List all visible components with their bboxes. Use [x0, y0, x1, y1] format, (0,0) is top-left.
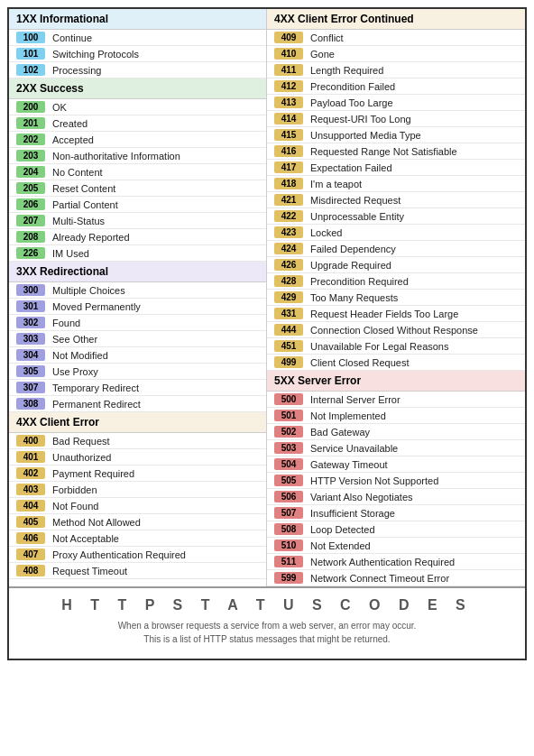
list-item: 417 Expectation Failed	[267, 160, 525, 176]
list-item: 405 Method Not Allowed	[9, 514, 266, 530]
status-desc: Too Many Requests	[310, 292, 398, 303]
status-desc: Locked	[310, 227, 342, 238]
list-item: 510 Not Extended	[267, 538, 525, 554]
status-desc: Temporary Redirect	[52, 383, 139, 393]
status-badge: 500	[274, 393, 303, 405]
status-desc: Loop Detected	[310, 524, 375, 535]
status-desc: Upgrade Required	[310, 260, 391, 271]
list-item: 100 Continue	[9, 30, 266, 46]
status-desc: Insufficient Storage	[310, 508, 395, 519]
status-badge: 414	[274, 113, 303, 124]
status-desc: Switching Protocols	[52, 49, 139, 60]
status-badge: 402	[16, 467, 45, 479]
status-desc: Expectation Failed	[310, 162, 392, 173]
list-item: 506 Variant Also Negotiates	[267, 489, 525, 505]
list-item: 410 Gone	[267, 46, 525, 62]
status-desc: Permanent Redirect	[52, 399, 141, 410]
status-desc: Forbidden	[52, 484, 97, 495]
status-badge: 429	[274, 291, 303, 303]
list-item: 511 Network Authentication Required	[267, 554, 525, 570]
list-item: 201 Created	[9, 115, 266, 132]
status-badge: 302	[16, 317, 45, 328]
section-header-redirect: 3XX Redirectional	[9, 262, 266, 282]
status-badge: 204	[16, 166, 45, 178]
status-badge: 506	[274, 491, 303, 502]
list-item: 301 Moved Permanently	[9, 299, 266, 315]
status-badge: 418	[274, 178, 303, 189]
status-desc: Network Connect Timeout Error	[310, 573, 449, 584]
status-badge: 444	[274, 324, 303, 336]
status-desc: Unprocessable Entity	[310, 211, 404, 222]
status-desc: Failed Dependency	[310, 244, 396, 254]
list-item: 507 Insufficient Storage	[267, 505, 525, 521]
list-item: 400 Bad Request	[9, 433, 266, 449]
list-item: 408 Request Timeout	[9, 563, 266, 579]
status-badge: 407	[16, 549, 45, 560]
list-item: 304 Not Modified	[9, 347, 266, 364]
status-desc: I'm a teapot	[310, 179, 362, 189]
status-badge: 416	[274, 145, 303, 157]
status-badge: 303	[16, 333, 45, 345]
status-desc: See Other	[52, 334, 97, 345]
list-item: 204 No Content	[9, 164, 266, 180]
status-desc: Service Unavailable	[310, 443, 398, 454]
list-item: 501 Not Implemented	[267, 408, 525, 424]
status-badge: 428	[274, 275, 303, 287]
status-badge: 404	[16, 500, 45, 512]
status-badge: 503	[274, 442, 303, 454]
list-item: 444 Connection Closed Without Response	[267, 322, 525, 338]
status-badge: 413	[274, 97, 303, 108]
list-item: 402 Payment Required	[9, 466, 266, 482]
status-badge: 304	[16, 349, 45, 361]
list-item: 414 Request-URI Too Long	[267, 111, 525, 127]
list-item: 422 Unprocessable Entity	[267, 208, 525, 225]
status-desc: Processing	[52, 65, 101, 76]
status-desc: No Content	[52, 167, 103, 178]
status-badge: 203	[16, 150, 45, 161]
status-badge: 411	[274, 64, 303, 76]
status-badge: 423	[274, 226, 303, 238]
list-item: 307 Temporary Redirect	[9, 380, 266, 396]
status-badge: 307	[16, 382, 45, 393]
list-item: 207 Multi-Status	[9, 213, 266, 229]
status-desc: Not Acceptable	[52, 533, 119, 544]
status-badge: 406	[16, 532, 45, 544]
status-desc: Proxy Authentication Required	[52, 549, 186, 560]
status-badge: 208	[16, 231, 45, 243]
status-badge: 501	[274, 410, 303, 421]
list-item: 404 Not Found	[9, 498, 266, 514]
list-item: 599 Network Connect Timeout Error	[267, 570, 525, 586]
list-item: 308 Permanent Redirect	[9, 396, 266, 412]
status-desc: Misdirected Request	[310, 195, 400, 206]
status-desc: Client Closed Request	[310, 357, 409, 368]
status-desc: Partial Content	[52, 199, 118, 210]
status-desc: Not Modified	[52, 350, 108, 361]
status-desc: Bad Gateway	[310, 427, 370, 438]
list-item: 429 Too Many Requests	[267, 290, 525, 306]
status-badge: 100	[16, 32, 45, 43]
status-badge: 424	[274, 243, 303, 254]
main-container: 1XX Informational 100 Continue 101 Switc…	[7, 7, 527, 660]
status-badge: 226	[16, 247, 45, 259]
status-badge: 200	[16, 101, 45, 113]
status-badge: 205	[16, 182, 45, 194]
status-badge: 408	[16, 565, 45, 576]
left-column: 1XX Informational 100 Continue 101 Switc…	[9, 9, 267, 586]
list-item: 423 Locked	[267, 225, 525, 241]
status-desc: Accepted	[52, 134, 94, 145]
list-item: 502 Bad Gateway	[267, 424, 525, 440]
status-desc: IM Used	[52, 248, 89, 259]
status-badge: 599	[274, 572, 303, 584]
status-badge: 202	[16, 134, 45, 145]
list-item: 412 Precondition Failed	[267, 78, 525, 95]
status-desc: Unsupported Media Type	[310, 130, 421, 141]
list-item: 407 Proxy Authentication Required	[9, 547, 266, 563]
status-desc: Precondition Failed	[310, 81, 395, 92]
status-badge: 421	[274, 194, 303, 206]
list-item: 406 Not Acceptable	[9, 530, 266, 547]
status-badge: 508	[274, 523, 303, 535]
list-item: 226 IM Used	[9, 245, 266, 262]
status-desc: Variant Also Negotiates	[310, 492, 413, 502]
status-desc: Payload Too Large	[310, 97, 393, 108]
status-badge: 504	[274, 458, 303, 470]
